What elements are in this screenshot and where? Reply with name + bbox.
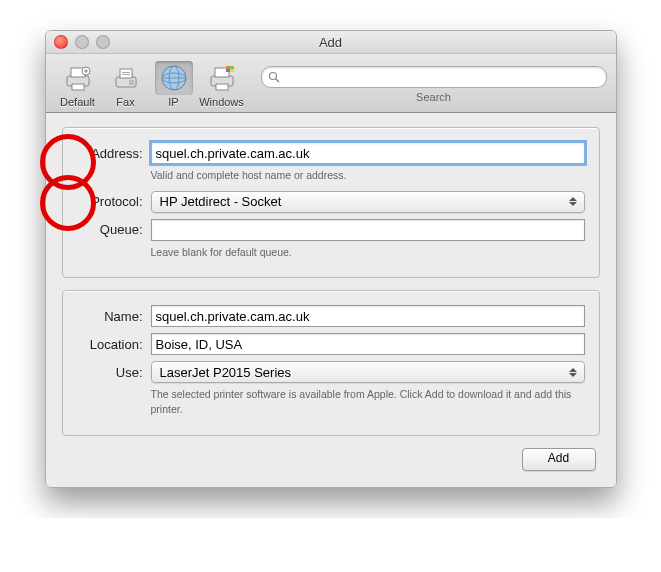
info-group: Name: Location: Use: LaserJet P2015 Seri…: [62, 290, 600, 435]
queue-label: Queue:: [77, 222, 143, 237]
use-label: Use:: [77, 365, 143, 380]
add-printer-window: Add Default: [45, 30, 617, 488]
queue-hint: Leave blank for default queue.: [151, 245, 585, 260]
protocol-value: HP Jetdirect - Socket: [160, 194, 282, 209]
queue-input[interactable]: [151, 219, 585, 241]
printer-windows-icon: [203, 61, 241, 95]
svg-rect-10: [129, 80, 134, 85]
add-button[interactable]: Add: [522, 448, 596, 471]
connection-group: Address: Valid and complete host name or…: [62, 127, 600, 278]
address-label: Address:: [77, 146, 143, 161]
toolbar-label: Windows: [199, 96, 244, 108]
use-hint: The selected printer software is availab…: [151, 387, 581, 416]
printer-icon: [59, 61, 97, 95]
svg-rect-21: [230, 69, 234, 72]
globe-icon: [155, 61, 193, 95]
toolbar-item-windows[interactable]: Windows: [200, 61, 244, 108]
use-value: LaserJet P2015 Series: [160, 365, 292, 380]
toolbar-item-ip[interactable]: IP: [152, 61, 196, 108]
use-select[interactable]: LaserJet P2015 Series: [151, 361, 585, 383]
close-icon[interactable]: [54, 35, 68, 49]
svg-rect-7: [120, 69, 132, 78]
svg-rect-17: [216, 84, 228, 90]
svg-line-23: [276, 79, 279, 82]
search-label: Search: [416, 91, 451, 103]
search-icon: [268, 71, 280, 83]
svg-point-22: [269, 72, 276, 79]
minimize-icon: [75, 35, 89, 49]
titlebar: Add: [46, 31, 616, 54]
window-title: Add: [46, 35, 616, 50]
protocol-select[interactable]: HP Jetdirect - Socket: [151, 191, 585, 213]
svg-rect-20: [226, 69, 230, 72]
svg-rect-9: [122, 74, 130, 75]
toolbar-label: IP: [168, 96, 178, 108]
svg-rect-2: [72, 84, 84, 90]
toolbar-item-default[interactable]: Default: [56, 61, 100, 108]
zoom-icon: [96, 35, 110, 49]
chevron-updown-icon: [566, 364, 580, 380]
fax-icon: [107, 61, 145, 95]
search-input[interactable]: [261, 66, 607, 88]
address-input[interactable]: [151, 142, 585, 164]
content-area: Address: Valid and complete host name or…: [46, 113, 616, 487]
protocol-label: Protocol:: [77, 194, 143, 209]
toolbar-label: Fax: [116, 96, 134, 108]
location-label: Location:: [77, 337, 143, 352]
name-input[interactable]: [151, 305, 585, 327]
name-label: Name:: [77, 309, 143, 324]
address-hint: Valid and complete host name or address.: [151, 168, 585, 183]
svg-rect-19: [230, 66, 234, 69]
chevron-updown-icon: [566, 194, 580, 210]
toolbar-item-fax[interactable]: Fax: [104, 61, 148, 108]
toolbar-label: Default: [60, 96, 95, 108]
location-input[interactable]: [151, 333, 585, 355]
svg-rect-8: [122, 72, 130, 73]
svg-rect-18: [226, 66, 230, 69]
toolbar: Default Fax: [46, 54, 616, 113]
